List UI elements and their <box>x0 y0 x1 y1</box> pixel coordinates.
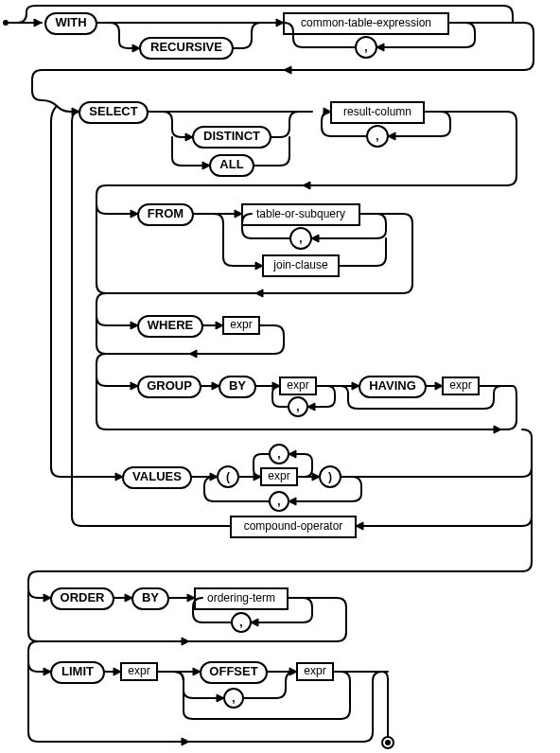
select-stmt-railroad-diagram: WITH RECURSIVE common-table-expression , <box>0 0 560 753</box>
with-keyword: WITH <box>45 13 96 34</box>
svg-point-53 <box>320 466 341 487</box>
from-row: FROM table-or-subquery , join-clause <box>96 204 412 297</box>
svg-rect-49 <box>261 468 297 485</box>
svg-rect-7 <box>284 13 448 34</box>
svg-point-39 <box>289 397 307 416</box>
svg-rect-59 <box>51 588 114 609</box>
limit-row: LIMIT expr OFFSET expr , <box>28 641 394 748</box>
where-keyword: WHERE <box>138 316 202 337</box>
limit-keyword: LIMIT <box>51 662 104 683</box>
values-inner-comma: , <box>270 445 289 464</box>
svg-rect-33 <box>138 376 201 397</box>
svg-rect-45 <box>123 467 191 488</box>
limit-comma: , <box>224 689 243 708</box>
result-column-rule: result-column <box>331 102 424 123</box>
svg-point-9 <box>356 37 376 58</box>
all-keyword: ALL <box>210 155 254 176</box>
svg-rect-3 <box>45 13 96 34</box>
ordering-term-rule: ordering-term <box>195 588 288 609</box>
svg-point-19 <box>367 126 388 147</box>
table-or-subquery-rule: table-or-subquery <box>242 204 359 225</box>
svg-rect-43 <box>443 377 479 394</box>
svg-point-47 <box>218 466 238 487</box>
svg-rect-5 <box>140 38 233 59</box>
svg-point-51 <box>270 445 289 464</box>
svg-rect-41 <box>359 376 426 397</box>
svg-rect-31 <box>223 317 259 334</box>
values-lparen: ( <box>218 466 238 487</box>
group-by-comma: , <box>289 397 307 416</box>
svg-rect-29 <box>138 316 202 337</box>
values-expr-rule: expr <box>261 468 297 485</box>
svg-point-77 <box>385 740 391 745</box>
group-by-row: GROUP BY expr , HAVING ex <box>96 354 516 433</box>
select-row: SELECT DISTINCT ALL result-column , <box>42 100 516 214</box>
table-or-subquery-comma: , <box>290 228 311 249</box>
svg-rect-23 <box>242 204 359 225</box>
svg-rect-17 <box>331 102 424 123</box>
group-by-keyword: BY <box>219 376 255 397</box>
svg-rect-61 <box>132 588 168 609</box>
values-outer-comma: , <box>270 492 289 511</box>
svg-rect-13 <box>193 127 271 148</box>
svg-rect-21 <box>138 204 193 225</box>
compound-operator-rule: compound-operator <box>231 517 356 537</box>
common-table-expression-rule: common-table-expression <box>284 13 448 34</box>
order-keyword: ORDER <box>51 588 114 609</box>
ordering-term-comma: , <box>232 613 251 632</box>
where-row: WHERE expr <box>96 293 284 358</box>
svg-rect-63 <box>195 588 288 609</box>
offset-keyword: OFFSET <box>201 662 267 683</box>
svg-rect-37 <box>280 377 316 394</box>
svg-rect-57 <box>231 517 356 537</box>
having-expr-rule: expr <box>443 377 479 394</box>
offset-expr-rule: expr <box>297 663 333 680</box>
order-by-keyword: BY <box>132 588 168 609</box>
svg-point-25 <box>290 228 311 249</box>
svg-rect-11 <box>79 102 148 123</box>
cte-comma: , <box>356 37 376 58</box>
where-expr-rule: expr <box>223 317 259 334</box>
svg-rect-35 <box>219 376 255 397</box>
svg-point-75 <box>224 689 243 708</box>
recursive-keyword: RECURSIVE <box>140 38 233 59</box>
join-clause-rule: join-clause <box>263 255 339 276</box>
values-row: VALUES ( expr , ) , <box>51 106 532 511</box>
svg-rect-27 <box>263 255 339 276</box>
values-rparen: ) <box>320 466 341 487</box>
svg-point-55 <box>270 492 289 511</box>
select-keyword: SELECT <box>79 102 148 123</box>
limit-expr-rule: expr <box>121 663 157 680</box>
result-column-comma: , <box>367 126 388 147</box>
svg-rect-15 <box>210 155 254 176</box>
having-keyword: HAVING <box>359 376 426 397</box>
svg-point-65 <box>232 613 251 632</box>
svg-rect-73 <box>297 663 333 680</box>
svg-rect-71 <box>201 662 267 683</box>
distinct-keyword: DISTINCT <box>193 127 271 148</box>
values-keyword: VALUES <box>123 467 191 488</box>
with-clause-row: WITH RECURSIVE common-table-expression , <box>3 6 534 100</box>
group-by-expr-rule: expr <box>280 377 316 394</box>
order-by-row: ORDER BY ordering-term , <box>28 588 346 645</box>
svg-rect-69 <box>121 663 157 680</box>
group-keyword: GROUP <box>138 376 201 397</box>
from-keyword: FROM <box>138 204 193 225</box>
svg-rect-67 <box>51 662 104 683</box>
